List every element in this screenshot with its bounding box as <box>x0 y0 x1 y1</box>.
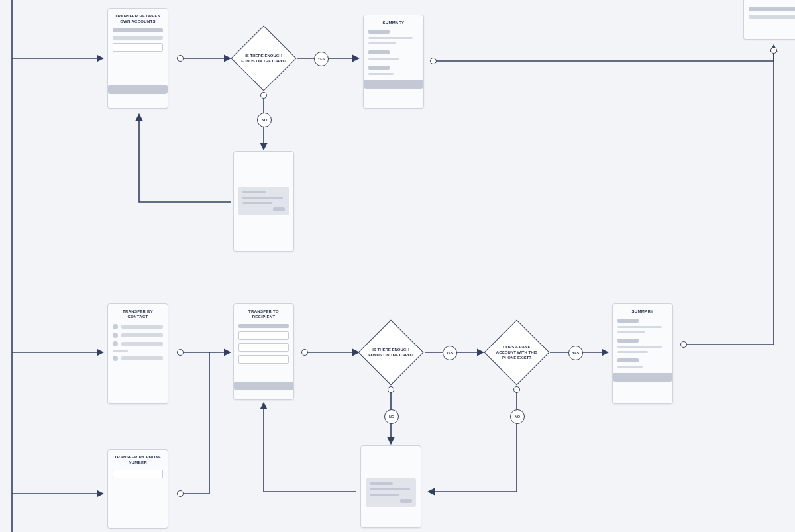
badge-no: NO <box>257 113 272 127</box>
decision-funds-2: IS THERE ENOUGH FUNDS ON THE CARD? <box>359 321 423 384</box>
screen-title: TRANSFER TO RECIPIENT <box>238 309 289 319</box>
badge-no: NO <box>384 409 399 424</box>
decision-bank-exists: DOES A BANK ACCOUNT WITH THIS PHONE EXIS… <box>485 321 549 384</box>
screen-error-2 <box>360 445 421 528</box>
port <box>177 349 184 356</box>
screen-title: SUMMARY <box>617 309 668 314</box>
badge-yes: YES <box>314 52 329 66</box>
screen-transfer-phone: TRANSFER BY PHONE NUMBER <box>107 449 168 529</box>
badge-yes: YES <box>568 346 583 360</box>
screen-offscreen-right <box>743 0 795 40</box>
decision-label: DOES A BANK ACCOUNT WITH THIS PHONE EXIS… <box>493 345 541 360</box>
screen-error-1 <box>233 151 294 252</box>
port <box>177 55 184 62</box>
decision-label: IS THERE ENOUGH FUNDS ON THE CARD? <box>367 347 415 358</box>
port <box>770 47 777 54</box>
port <box>177 490 184 497</box>
port <box>680 341 687 348</box>
screen-transfer-recipient: TRANSFER TO RECIPIENT <box>233 303 294 400</box>
screen-transfer-contact: TRANSFER BY CONTACT <box>107 303 168 404</box>
screen-title: TRANSFER BETWEEN OWN ACCOUNTS <box>113 13 163 24</box>
screen-transfer-own: TRANSFER BETWEEN OWN ACCOUNTS <box>107 8 168 109</box>
port <box>430 58 437 64</box>
screen-summary-2: SUMMARY <box>612 303 673 404</box>
port <box>513 386 520 393</box>
port <box>388 386 394 393</box>
badge-yes: YES <box>443 346 457 360</box>
screen-title: TRANSFER BY PHONE NUMBER <box>113 454 163 465</box>
screen-title: SUMMARY <box>368 20 419 25</box>
screen-summary-1: SUMMARY <box>363 15 424 109</box>
decision-label: IS THERE ENOUGH FUNDS ON THE CARD? <box>240 53 288 64</box>
flowchart-canvas: TRANSFER BETWEEN OWN ACCOUNTS IS THERE E… <box>0 0 795 532</box>
port <box>260 92 267 99</box>
port <box>301 349 308 356</box>
badge-no: NO <box>510 409 525 424</box>
decision-funds-1: IS THERE ENOUGH FUNDS ON THE CARD? <box>232 27 295 90</box>
screen-title: TRANSFER BY CONTACT <box>113 309 163 319</box>
